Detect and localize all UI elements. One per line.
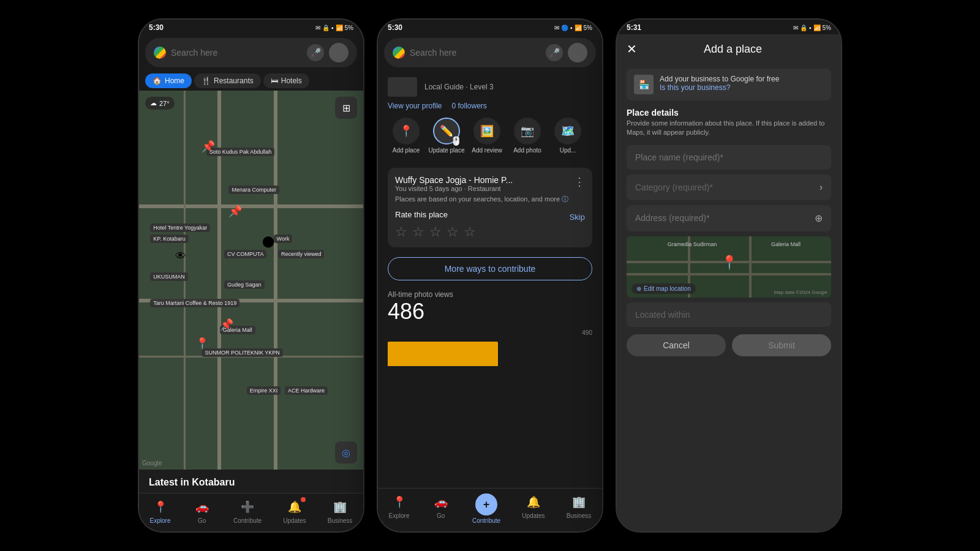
nav-tab-hotels[interactable]: 🛏 Hotels: [263, 73, 309, 88]
bottom-nav-2: 📍 Explore 🚗 Go + Contribute 🔔 Updates 🏢 …: [378, 488, 602, 531]
layers-button[interactable]: ⊞: [335, 97, 357, 119]
bottom-nav-contribute-2[interactable]: + Contribute: [472, 493, 500, 524]
place-name-input[interactable]: [635, 152, 823, 162]
status-bar-1: 5:30 ✉ 🔒 ▪ 📶 5%: [139, 20, 363, 34]
located-within-field[interactable]: Located within: [627, 302, 831, 327]
wifi-icon: 📶: [336, 24, 343, 31]
star-4[interactable]: ☆: [447, 224, 459, 240]
bottom-nav-go-2[interactable]: 🚗 Go: [431, 493, 451, 524]
close-button[interactable]: ✕: [627, 42, 637, 56]
nav-tab-home[interactable]: 🏠 Home: [145, 73, 192, 88]
location-button[interactable]: ◎: [335, 441, 357, 463]
bottom-nav-explore-2[interactable]: 📍 Explore: [389, 493, 410, 524]
view-profile-link[interactable]: View your profile: [388, 102, 442, 110]
user-avatar: [388, 77, 417, 97]
road-h: [139, 204, 363, 208]
contrib-label-review: Add review: [472, 147, 502, 154]
restaurants-label: Restaurants: [214, 77, 254, 85]
contrib-add-place[interactable]: 📍 Add place: [388, 118, 424, 154]
mic-icon[interactable]: 🎤: [307, 44, 324, 61]
rate-label: Rate this place: [395, 210, 448, 219]
temperature-badge: ☁ 27°: [145, 97, 175, 110]
user-level: Local Guide · Level 3: [424, 83, 494, 91]
status-icons-2: ✉ 🔵 ▪ 📶 5%: [554, 24, 592, 31]
preview-road-h2: [627, 273, 831, 276]
address-field[interactable]: ⊕: [627, 205, 831, 231]
business-link[interactable]: Is this your business?: [660, 83, 779, 92]
explore-label-2: Explore: [389, 512, 410, 519]
pin-eye: 👁: [175, 250, 186, 263]
map-preview[interactable]: Gramedia Sudirman Galeria Mall 📍 ⊕ Edit …: [627, 236, 831, 298]
search-bar-1[interactable]: 🎤: [145, 38, 357, 67]
bottom-nav-updates-1[interactable]: 🔔 Updates: [283, 498, 306, 524]
bottom-nav-contribute-1[interactable]: ➕ Contribute: [233, 498, 262, 524]
updates-badge-1: [301, 497, 306, 502]
contrib-label-road: Upd...: [560, 147, 576, 154]
place-card-menu-icon[interactable]: ⋮: [574, 175, 585, 189]
cancel-button[interactable]: Cancel: [627, 334, 726, 356]
bottom-nav-business-1[interactable]: 🏢 Business: [328, 498, 353, 524]
business-label-1: Business: [328, 517, 353, 524]
add-place-title: Add a place: [647, 43, 831, 56]
phone3-content: ✕ Add a place 🏪 Add your business to Goo…: [617, 34, 841, 531]
followers-link[interactable]: 0 followers: [452, 102, 487, 110]
avatar-icon-1[interactable]: [329, 43, 349, 62]
contrib-circle-review: 🖼️: [473, 118, 500, 144]
updates-label-1: Updates: [283, 517, 306, 524]
category-field[interactable]: Category (required)* ›: [627, 174, 831, 200]
google-logo-2: [393, 47, 405, 59]
skip-button[interactable]: Skip: [570, 212, 585, 222]
preview-label-galeria: Galeria Mall: [771, 241, 801, 247]
star-2[interactable]: ☆: [412, 224, 424, 240]
rate-stars[interactable]: ☆ ☆ ☆ ☆ ☆: [395, 224, 585, 240]
contrib-label-add: Add place: [393, 147, 420, 154]
mail-icon-2: ✉: [554, 24, 559, 31]
map-area-1[interactable]: Soto Kudus Pak Abdullah Hotel Tentre Yog…: [139, 91, 363, 470]
contrib-label-update: Update place: [429, 147, 465, 154]
go-icon-2: 🚗: [431, 493, 451, 511]
bottom-nav-explore-1[interactable]: 📍 Explore: [150, 498, 171, 524]
avatar-icon-2[interactable]: [568, 43, 587, 62]
search-bar-2[interactable]: 🎤: [384, 38, 596, 67]
more-contribute-button[interactable]: More ways to contribute: [388, 257, 592, 280]
signal-icon: ▪: [331, 24, 334, 31]
edit-map-button[interactable]: ⊕ Edit map location: [631, 283, 696, 294]
contrib-add-photo[interactable]: 📷 Add photo: [509, 118, 546, 154]
pin-1: 📌: [202, 140, 215, 153]
pin-pink: 📍: [195, 337, 209, 350]
map-place-sunmor: SUNMOR POLITEKNIK YKPN: [202, 348, 282, 357]
bottom-nav-updates-2[interactable]: 🔔 Updates: [522, 493, 545, 524]
fb-icon: 🔵: [561, 24, 568, 31]
info-icon: ⓘ: [562, 195, 568, 203]
submit-button[interactable]: Submit: [732, 334, 831, 356]
star-3[interactable]: ☆: [429, 224, 442, 240]
star-1[interactable]: ☆: [395, 224, 407, 240]
updates-label-2: Updates: [522, 512, 545, 519]
search-input-2[interactable]: [410, 48, 541, 58]
contrib-update-place[interactable]: ✏️ 🖱️ Update place: [428, 118, 465, 154]
place-name-field[interactable]: [627, 145, 831, 170]
contrib-circle-photo: 📷: [514, 118, 541, 144]
contribute-label-2: Contribute: [472, 517, 500, 524]
road-v2: [274, 91, 277, 470]
nav-tab-restaurants[interactable]: 🍴 Restaurants: [194, 73, 261, 88]
star-5[interactable]: ☆: [464, 224, 476, 240]
bottom-nav-go-1[interactable]: 🚗 Go: [192, 498, 212, 524]
red-cursor-icon: 🖱️: [451, 136, 461, 146]
photo-views-label: All-time photo views: [388, 290, 592, 299]
place-card-info: Wuffy Space Jogja - Homie P... You visit…: [395, 175, 513, 192]
mic-icon-2[interactable]: 🎤: [546, 44, 563, 61]
category-placeholder: Category (required)*: [635, 182, 820, 192]
search-input-1[interactable]: [171, 48, 302, 58]
map-place-ace: ACE Hardware: [285, 386, 328, 395]
business-icon-1: 🏢: [330, 498, 350, 515]
contrib-update-road[interactable]: 🗺️ Upd...: [549, 118, 586, 154]
mail-icon-3: ✉: [793, 24, 798, 31]
map-place-menara: Menara Computer: [228, 186, 279, 194]
contrib-add-review[interactable]: 🖼️ Add review: [469, 118, 505, 154]
address-input[interactable]: [635, 213, 815, 223]
explore-icon-2: 📍: [390, 493, 409, 511]
business-icon-card: 🏪: [634, 75, 654, 94]
hotels-icon: 🛏: [271, 77, 278, 85]
bottom-nav-business-2[interactable]: 🏢 Business: [567, 493, 592, 524]
